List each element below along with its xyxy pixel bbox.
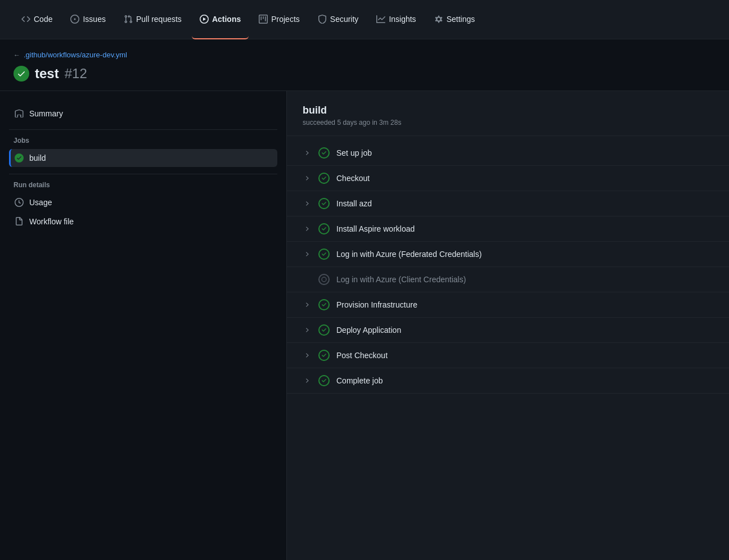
step-success-icon — [318, 324, 330, 336]
chevron-right-icon — [303, 200, 312, 207]
job-meta: succeeded 5 days ago in 3m 28s — [303, 119, 713, 127]
nav-label-security: Security — [330, 15, 359, 24]
step-name: Install Aspire workload — [336, 224, 415, 233]
run-details-label: Run details — [9, 181, 277, 189]
chevron-right-icon — [303, 352, 312, 359]
code-icon — [21, 15, 30, 24]
sidebar-item-workflow-file[interactable]: Workflow file — [9, 213, 277, 231]
step-complete-job[interactable]: Complete job — [287, 368, 729, 394]
nav-label-code: Code — [34, 15, 52, 24]
chevron-right-icon — [303, 225, 312, 232]
build-status-icon — [15, 153, 24, 162]
step-deploy-application[interactable]: Deploy Application — [287, 318, 729, 343]
step-success-icon — [318, 198, 330, 209]
run-title: test #12 — [14, 66, 716, 82]
nav-label-actions: Actions — [212, 15, 241, 24]
nav-item-security[interactable]: Security — [310, 0, 367, 39]
step-set-up-job[interactable]: Set up job — [287, 141, 729, 166]
breadcrumb-path[interactable]: .github/workflows/azure-dev.yml — [24, 51, 127, 59]
sidebar-item-usage[interactable]: Usage — [9, 193, 277, 211]
sidebar-divider-1 — [9, 129, 277, 130]
sidebar-item-build[interactable]: build — [9, 149, 277, 167]
step-success-icon — [318, 147, 330, 159]
run-status-icon — [14, 66, 29, 82]
chevron-right-icon — [303, 175, 312, 182]
job-title: build — [303, 105, 713, 116]
nav-item-actions[interactable]: Actions — [192, 0, 249, 39]
step-checkout[interactable]: Checkout — [287, 166, 729, 191]
actions-icon — [200, 15, 209, 24]
issues-icon — [70, 15, 79, 24]
nav-item-projects[interactable]: Projects — [251, 0, 308, 39]
step-install-aspire-workload[interactable]: Install Aspire workload — [287, 216, 729, 242]
insights-icon — [376, 15, 385, 24]
chevron-right-icon — [303, 327, 312, 333]
breadcrumb: ← .github/workflows/azure-dev.yml — [14, 51, 716, 59]
chevron-right-icon — [303, 150, 312, 156]
job-header: build succeeded 5 days ago in 3m 28s — [287, 91, 729, 136]
jobs-section-label: Jobs — [9, 137, 277, 144]
nav-label-pull-requests: Pull requests — [136, 15, 182, 24]
sidebar-item-summary[interactable]: Summary — [9, 105, 277, 123]
svg-point-0 — [322, 277, 326, 282]
nav-item-code[interactable]: Code — [14, 0, 60, 39]
step-success-icon — [318, 350, 330, 361]
step-name: Checkout — [336, 174, 370, 183]
step-name: Post Checkout — [336, 351, 388, 360]
usage-icon — [15, 198, 24, 207]
step-skipped-icon — [318, 274, 330, 285]
build-label: build — [29, 153, 46, 162]
nav-item-issues[interactable]: Issues — [62, 0, 113, 39]
pull-requests-icon — [124, 15, 133, 24]
step-success-icon — [318, 223, 330, 234]
sidebar: Summary Jobs build Run details Usage — [0, 91, 287, 560]
step-name: Provision Infrastructure — [336, 300, 417, 309]
security-icon — [318, 15, 327, 24]
step-log-in-federated[interactable]: Log in with Azure (Federated Credentials… — [287, 242, 729, 267]
back-arrow-icon: ← — [14, 51, 20, 59]
nav-label-insights: Insights — [389, 15, 416, 24]
step-provision-infrastructure[interactable]: Provision Infrastructure — [287, 292, 729, 318]
step-success-icon — [318, 375, 330, 386]
steps-list: Set up job Checkout Inst — [287, 136, 729, 398]
settings-icon — [434, 15, 443, 24]
step-success-icon — [318, 299, 330, 310]
top-nav: Code Issues Pull requests Actions — [0, 0, 729, 39]
chevron-right-icon — [303, 377, 312, 384]
run-name: test — [35, 66, 59, 82]
step-success-icon — [318, 173, 330, 184]
summary-label: Summary — [29, 109, 63, 118]
step-log-in-client[interactable]: Log in with Azure (Client Credentials) — [287, 267, 729, 292]
page-header: ← .github/workflows/azure-dev.yml test #… — [0, 39, 729, 91]
step-name: Install azd — [336, 199, 372, 208]
nav-label-issues: Issues — [83, 15, 105, 24]
home-icon — [15, 109, 24, 118]
step-name: Deploy Application — [336, 326, 401, 335]
nav-item-settings[interactable]: Settings — [426, 0, 483, 39]
nav-item-pull-requests[interactable]: Pull requests — [116, 0, 190, 39]
sidebar-divider-2 — [9, 174, 277, 174]
main-layout: Summary Jobs build Run details Usage — [0, 91, 729, 560]
step-name: Log in with Azure (Federated Credentials… — [336, 250, 482, 259]
step-success-icon — [318, 249, 330, 260]
workflow-file-icon — [15, 217, 24, 226]
chevron-right-icon — [303, 301, 312, 308]
step-post-checkout[interactable]: Post Checkout — [287, 343, 729, 368]
step-name: Complete job — [336, 376, 383, 385]
nav-label-settings: Settings — [447, 15, 475, 24]
usage-label: Usage — [29, 198, 52, 207]
nav-item-insights[interactable]: Insights — [368, 0, 424, 39]
run-number: #12 — [65, 66, 87, 82]
step-install-azd[interactable]: Install azd — [287, 191, 729, 216]
projects-icon — [259, 15, 268, 24]
step-name: Log in with Azure (Client Credentials) — [336, 275, 466, 284]
nav-label-projects: Projects — [271, 15, 300, 24]
workflow-file-label: Workflow file — [29, 217, 74, 226]
step-name: Set up job — [336, 148, 372, 157]
chevron-right-icon — [303, 251, 312, 258]
job-content: build succeeded 5 days ago in 3m 28s Set… — [287, 91, 729, 560]
